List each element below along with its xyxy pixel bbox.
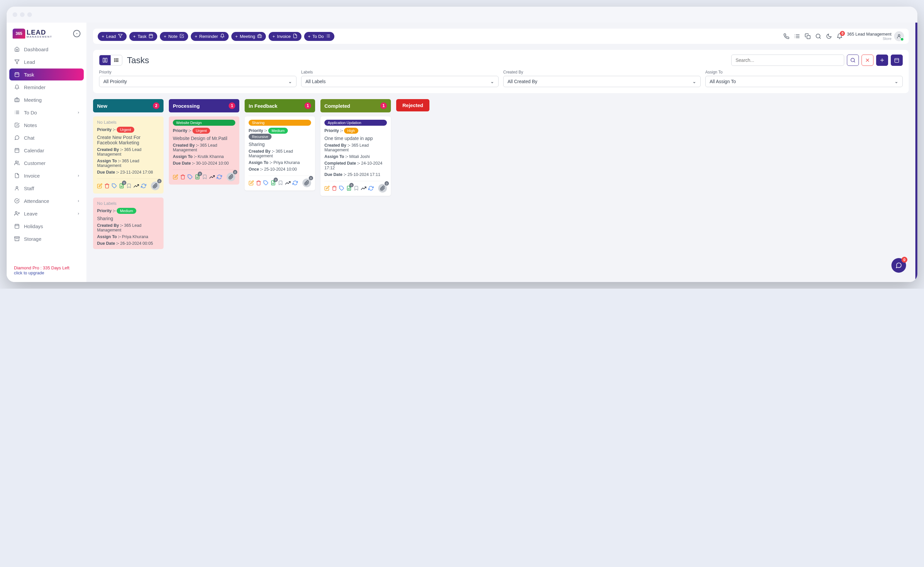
refresh-icon[interactable] — [141, 183, 146, 188]
column-header-feedback[interactable]: In Feedback 1 — [244, 99, 315, 113]
sidebar-item-invoice[interactable]: Invoice› — [9, 170, 84, 182]
sidebar-item-staff[interactable]: Staff — [9, 182, 84, 194]
due-row: Due Date :- 25-10-2024 17:11 — [324, 172, 387, 177]
note-icon[interactable]: 0 — [119, 183, 124, 188]
traffic-max[interactable] — [27, 12, 32, 17]
traffic-close[interactable] — [13, 12, 17, 17]
sidebar-item-to-do[interactable]: To Do› — [9, 107, 84, 118]
column-header-completed[interactable]: Completed 1 — [320, 99, 391, 113]
attach-count: 0 — [309, 176, 313, 180]
bell-icon[interactable]: 0 — [836, 33, 843, 39]
sidebar-collapse-button[interactable] — [73, 30, 80, 37]
task-card[interactable]: Website DesignPriority :- UrgentWebsite … — [169, 116, 239, 185]
avatar[interactable] — [894, 31, 904, 41]
pill-invoice[interactable]: +Invoice — [268, 32, 302, 41]
bookmark-icon[interactable] — [202, 174, 207, 180]
pill-reminder[interactable]: +Reminder — [191, 32, 229, 41]
sidebar-item-meeting[interactable]: Meeting — [9, 94, 84, 106]
task-card[interactable]: No LabelsPriority :- MediumSharingCreate… — [93, 197, 164, 249]
upgrade-link[interactable]: click to upgrade — [14, 270, 79, 275]
filter-select-assign-to[interactable]: All Assign To⌄ — [705, 76, 903, 87]
plan-status: Diamond Pro : 335 Days Left — [14, 265, 79, 270]
logo[interactable]: 365 LEAD MANAGEMENT — [13, 29, 52, 39]
tag-icon[interactable] — [188, 174, 193, 180]
note-icon[interactable]: 0 — [195, 174, 200, 180]
filter-select-priority[interactable]: All Proiority⌄ — [99, 76, 297, 87]
search-icon[interactable] — [815, 33, 822, 39]
edit-icon[interactable] — [97, 183, 102, 188]
task-card[interactable]: No LabelsPriority :- UrgentCreate New Po… — [93, 116, 164, 194]
task-card[interactable]: Application UpdationPriority :- HighOne … — [320, 116, 391, 196]
search-button[interactable] — [847, 54, 859, 66]
sidebar-item-attendance[interactable]: Attendance› — [9, 195, 84, 207]
column-header-new[interactable]: New 2 — [93, 99, 164, 113]
tag-icon[interactable] — [339, 186, 344, 191]
bookmark-icon[interactable] — [278, 180, 283, 186]
edit-icon[interactable] — [249, 180, 254, 186]
edit-icon[interactable] — [173, 174, 178, 180]
attachment-icon[interactable]: 0 — [378, 184, 387, 193]
refresh-icon[interactable] — [217, 174, 222, 180]
trend-icon[interactable] — [361, 186, 366, 191]
list-icon[interactable] — [794, 33, 800, 39]
trend-icon[interactable] — [134, 183, 139, 188]
archive-icon — [14, 236, 20, 242]
task-card[interactable]: SharingPriority :- Medium RecursiveShari… — [244, 116, 315, 191]
refresh-icon[interactable] — [292, 180, 298, 186]
phone-icon[interactable] — [783, 33, 790, 39]
filter-select-created-by[interactable]: All Created By⌄ — [503, 76, 700, 87]
list-view-button[interactable] — [111, 55, 122, 65]
sidebar-item-dashboard[interactable]: Dashboard — [9, 43, 84, 55]
page-title: Tasks — [127, 55, 149, 66]
add-button[interactable] — [876, 54, 888, 66]
sidebar-item-reminder[interactable]: Reminder — [9, 81, 84, 93]
sidebar-item-task[interactable]: Task — [9, 69, 84, 80]
tag-icon[interactable] — [263, 180, 268, 186]
pill-meeting[interactable]: +Meeting — [231, 32, 266, 41]
trash-icon[interactable] — [104, 183, 110, 188]
calendar-button[interactable] — [891, 54, 903, 66]
board-view-button[interactable] — [99, 55, 111, 65]
clear-button[interactable] — [861, 54, 873, 66]
trend-icon[interactable] — [209, 174, 215, 180]
user-menu[interactable]: 365 Lead Management Store — [847, 31, 904, 41]
copy-icon[interactable] — [804, 33, 811, 39]
nav-label: Attendance — [24, 198, 49, 204]
note-icon[interactable]: 0 — [346, 186, 352, 191]
pill-lead[interactable]: +Lead — [98, 32, 127, 41]
traffic-min[interactable] — [20, 12, 25, 17]
refresh-icon[interactable] — [368, 186, 374, 191]
bookmark-icon[interactable] — [354, 186, 359, 191]
bell-icon — [220, 34, 225, 39]
tag-icon[interactable] — [112, 183, 117, 188]
moon-icon[interactable] — [826, 33, 832, 39]
filter-label: Assign To — [705, 70, 903, 75]
sidebar-item-chat[interactable]: Chat — [9, 132, 84, 144]
sidebar-item-calendar[interactable]: Calendar — [9, 144, 84, 156]
trash-icon[interactable] — [180, 174, 186, 180]
sidebar-item-customer[interactable]: Customer — [9, 157, 84, 169]
bookmark-icon[interactable] — [126, 183, 132, 188]
filter-select-labels[interactable]: All Labels⌄ — [301, 76, 498, 87]
attachment-icon[interactable]: 0 — [226, 173, 236, 181]
trash-icon[interactable] — [256, 180, 261, 186]
sidebar-item-leave[interactable]: Leave› — [9, 208, 84, 220]
sidebar-item-lead[interactable]: Lead — [9, 56, 84, 68]
attachment-icon[interactable]: 0 — [151, 182, 159, 190]
sidebar-item-holidays[interactable]: Holidays — [9, 220, 84, 232]
column-header-processing[interactable]: Processing 1 — [169, 99, 239, 113]
sidebar-item-storage[interactable]: Storage — [9, 233, 84, 245]
trend-icon[interactable] — [285, 180, 291, 186]
pill-to-do[interactable]: +To Do — [304, 32, 335, 41]
attachment-icon[interactable]: 0 — [303, 179, 311, 187]
pill-note[interactable]: +Note — [160, 32, 188, 41]
assign-row: Assign To :- Priya Khurana — [249, 160, 311, 165]
sidebar-item-notes[interactable]: Notes — [9, 119, 84, 131]
note-icon[interactable]: 0 — [270, 180, 276, 186]
search-input[interactable] — [731, 54, 844, 66]
column-header-rejected[interactable]: Rejected — [396, 99, 429, 111]
chat-fab[interactable]: 0 — [891, 258, 906, 273]
edit-icon[interactable] — [324, 186, 330, 191]
pill-task[interactable]: +Task — [129, 32, 157, 41]
trash-icon[interactable] — [332, 186, 337, 191]
